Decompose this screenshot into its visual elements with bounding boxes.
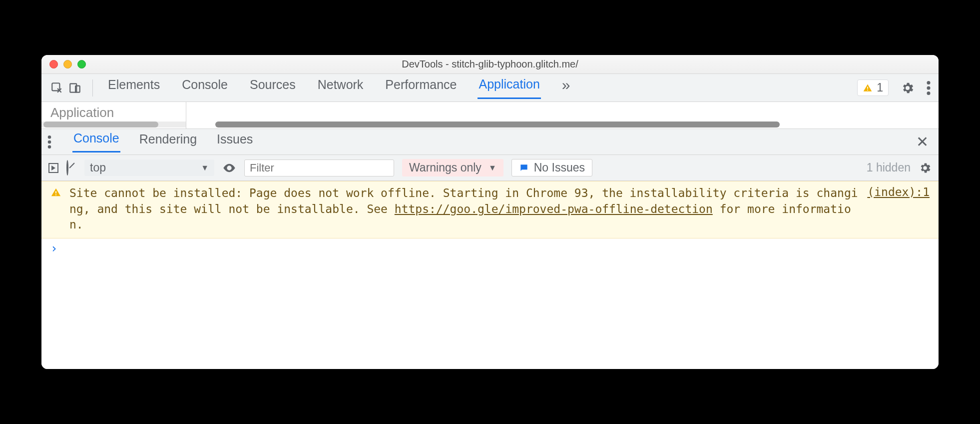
message-link[interactable]: https://goo.gle/improved-pwa-offline-det… bbox=[395, 202, 713, 216]
window-title: DevTools - stitch-glib-typhoon.glitch.me… bbox=[41, 58, 939, 70]
drawer-more-icon[interactable] bbox=[47, 136, 51, 148]
chevron-down-icon: ▼ bbox=[489, 164, 496, 172]
svg-rect-12 bbox=[55, 194, 56, 196]
console-toolbar: top ▼ Warnings only ▼ No Issues 1 hidden bbox=[41, 155, 939, 181]
window-controls bbox=[49, 60, 86, 68]
zoom-window-button[interactable] bbox=[77, 60, 86, 68]
log-level-selector[interactable]: Warnings only ▼ bbox=[402, 159, 503, 176]
svg-point-10 bbox=[48, 145, 51, 148]
application-sidebar: Application bbox=[41, 102, 186, 128]
separator bbox=[92, 80, 93, 96]
sidebar-scrollbar[interactable] bbox=[41, 122, 186, 128]
message-icon bbox=[519, 163, 529, 173]
svg-point-6 bbox=[927, 86, 931, 90]
svg-rect-4 bbox=[867, 90, 868, 90]
issues-label: No Issues bbox=[534, 161, 585, 174]
devtools-window: DevTools - stitch-glib-typhoon.glitch.me… bbox=[41, 55, 939, 369]
tab-sources[interactable]: Sources bbox=[249, 78, 297, 98]
application-main bbox=[186, 102, 939, 128]
console-sidebar-toggle-icon[interactable] bbox=[48, 163, 58, 173]
more-menu-icon[interactable] bbox=[927, 81, 931, 95]
tab-elements[interactable]: Elements bbox=[107, 78, 161, 98]
issues-pill[interactable]: 1 bbox=[857, 80, 889, 96]
panel-split: Application bbox=[41, 102, 939, 129]
titlebar: DevTools - stitch-glib-typhoon.glitch.me… bbox=[41, 55, 939, 74]
console-message-text: Site cannot be installed: Page does not … bbox=[69, 186, 859, 233]
svg-point-5 bbox=[927, 81, 931, 84]
main-scrollbar[interactable] bbox=[186, 122, 939, 128]
svg-point-7 bbox=[927, 92, 931, 95]
console-settings-icon[interactable] bbox=[919, 162, 932, 174]
hidden-messages-count[interactable]: 1 hidden bbox=[867, 161, 911, 174]
chevron-down-icon: ▼ bbox=[201, 164, 209, 172]
issues-button[interactable]: No Issues bbox=[511, 159, 592, 176]
minimize-window-button[interactable] bbox=[63, 60, 72, 68]
settings-icon[interactable] bbox=[901, 81, 915, 95]
svg-rect-3 bbox=[867, 86, 868, 88]
tab-console[interactable]: Console bbox=[181, 78, 229, 98]
console-body: Site cannot be installed: Page does not … bbox=[41, 181, 939, 369]
message-source-link[interactable]: (index):1 bbox=[867, 186, 930, 233]
tab-application[interactable]: Application bbox=[478, 77, 540, 99]
close-window-button[interactable] bbox=[49, 60, 58, 68]
console-prompt[interactable]: › bbox=[41, 238, 939, 258]
clear-console-icon[interactable] bbox=[66, 161, 68, 175]
console-warning-row[interactable]: Site cannot be installed: Page does not … bbox=[41, 181, 939, 238]
device-toolbar-icon[interactable] bbox=[68, 82, 81, 94]
svg-point-9 bbox=[48, 140, 51, 144]
tab-performance[interactable]: Performance bbox=[384, 78, 458, 98]
drawer-tab-rendering[interactable]: Rendering bbox=[138, 132, 198, 152]
filter-input[interactable] bbox=[244, 160, 394, 176]
log-level-label: Warnings only bbox=[409, 161, 482, 174]
svg-rect-11 bbox=[55, 191, 56, 194]
inspect-element-icon[interactable] bbox=[50, 82, 63, 94]
drawer-tab-console[interactable]: Console bbox=[72, 131, 120, 152]
drawer-tabs: Console Rendering Issues ✕ bbox=[41, 129, 939, 155]
drawer-tab-issues[interactable]: Issues bbox=[216, 132, 254, 152]
warning-icon bbox=[50, 187, 61, 233]
close-drawer-button[interactable]: ✕ bbox=[912, 133, 933, 150]
main-tabs: Elements Console Sources Network Perform… bbox=[107, 76, 853, 100]
issues-count: 1 bbox=[877, 81, 883, 94]
warning-icon bbox=[863, 83, 873, 93]
main-toolbar: Elements Console Sources Network Perform… bbox=[41, 74, 939, 102]
svg-point-8 bbox=[48, 136, 51, 139]
context-selector[interactable]: top ▼ bbox=[84, 160, 214, 176]
tabs-overflow-button[interactable]: » bbox=[561, 76, 571, 100]
live-expression-icon[interactable] bbox=[222, 161, 236, 175]
tab-network[interactable]: Network bbox=[317, 78, 365, 98]
context-label: top bbox=[90, 161, 106, 174]
sidebar-heading: Application bbox=[41, 102, 186, 120]
